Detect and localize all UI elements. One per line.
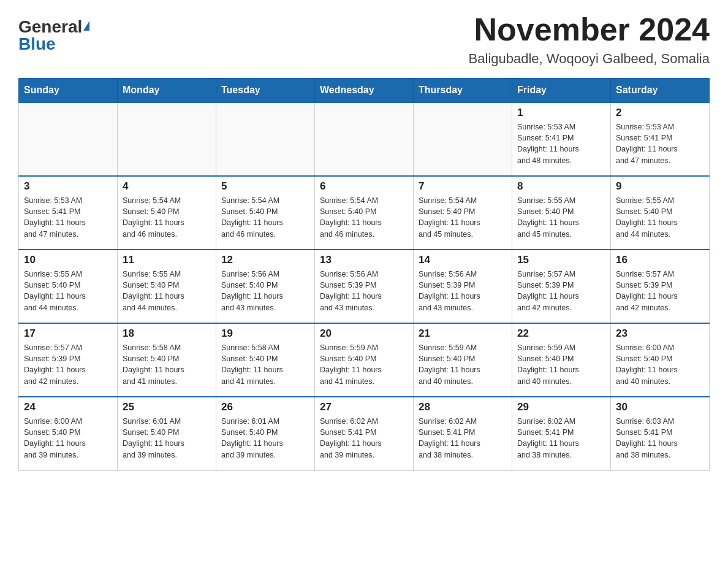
calendar-cell: 3Sunrise: 5:53 AM Sunset: 5:41 PM Daylig… — [19, 176, 118, 250]
calendar-cell: 18Sunrise: 5:58 AM Sunset: 5:40 PM Dayli… — [118, 323, 216, 397]
calendar-cell: 1Sunrise: 5:53 AM Sunset: 5:41 PM Daylig… — [512, 102, 611, 176]
weekday-header-friday: Friday — [512, 79, 611, 103]
day-number: 4 — [123, 180, 211, 193]
calendar-cell: 28Sunrise: 6:02 AM Sunset: 5:41 PM Dayli… — [414, 397, 512, 470]
week-row-2: 3Sunrise: 5:53 AM Sunset: 5:41 PM Daylig… — [19, 176, 710, 250]
day-number: 10 — [24, 254, 112, 266]
calendar-cell: 8Sunrise: 5:55 AM Sunset: 5:40 PM Daylig… — [512, 176, 611, 250]
calendar-cell: 24Sunrise: 6:00 AM Sunset: 5:40 PM Dayli… — [19, 397, 118, 470]
day-number: 24 — [24, 401, 112, 413]
day-number: 14 — [419, 254, 507, 266]
day-info: Sunrise: 5:54 AM Sunset: 5:40 PM Dayligh… — [123, 195, 211, 240]
weekday-header-monday: Monday — [118, 79, 216, 103]
subtitle: Baligubadle, Woqooyi Galbeed, Somalia — [469, 51, 710, 67]
day-info: Sunrise: 5:53 AM Sunset: 5:41 PM Dayligh… — [517, 121, 605, 166]
week-row-1: 1Sunrise: 5:53 AM Sunset: 5:41 PM Daylig… — [19, 102, 710, 176]
logo: General Blue — [18, 12, 89, 53]
main-title: November 2024 — [469, 12, 710, 47]
calendar-cell — [118, 102, 216, 176]
calendar-cell: 14Sunrise: 5:56 AM Sunset: 5:39 PM Dayli… — [414, 250, 512, 323]
day-info: Sunrise: 5:59 AM Sunset: 5:40 PM Dayligh… — [320, 342, 408, 387]
calendar-cell: 2Sunrise: 5:53 AM Sunset: 5:41 PM Daylig… — [611, 102, 710, 176]
day-info: Sunrise: 5:55 AM Sunset: 5:40 PM Dayligh… — [616, 195, 704, 240]
calendar-cell: 29Sunrise: 6:02 AM Sunset: 5:41 PM Dayli… — [512, 397, 611, 470]
day-number: 2 — [616, 107, 704, 119]
day-number: 22 — [517, 327, 605, 340]
day-info: Sunrise: 5:59 AM Sunset: 5:40 PM Dayligh… — [517, 342, 605, 387]
day-info: Sunrise: 6:03 AM Sunset: 5:41 PM Dayligh… — [616, 416, 704, 461]
day-number: 25 — [123, 401, 211, 413]
day-number: 23 — [616, 327, 704, 340]
day-number: 5 — [221, 180, 309, 193]
day-info: Sunrise: 6:02 AM Sunset: 5:41 PM Dayligh… — [320, 416, 408, 461]
day-info: Sunrise: 6:02 AM Sunset: 5:41 PM Dayligh… — [517, 416, 605, 461]
day-info: Sunrise: 5:55 AM Sunset: 5:40 PM Dayligh… — [123, 269, 211, 313]
page-header: General Blue November 2024 Baligubadle, … — [18, 12, 710, 67]
day-info: Sunrise: 6:02 AM Sunset: 5:41 PM Dayligh… — [419, 416, 507, 461]
calendar-cell — [216, 102, 315, 176]
calendar-cell: 6Sunrise: 5:54 AM Sunset: 5:40 PM Daylig… — [315, 176, 414, 250]
weekday-header-thursday: Thursday — [414, 79, 512, 103]
calendar-cell: 20Sunrise: 5:59 AM Sunset: 5:40 PM Dayli… — [315, 323, 414, 397]
weekday-header-wednesday: Wednesday — [315, 79, 414, 103]
calendar-table: SundayMondayTuesdayWednesdayThursdayFrid… — [18, 78, 710, 471]
week-row-4: 17Sunrise: 5:57 AM Sunset: 5:39 PM Dayli… — [19, 323, 710, 397]
day-info: Sunrise: 5:54 AM Sunset: 5:40 PM Dayligh… — [221, 195, 309, 240]
calendar-cell: 26Sunrise: 6:01 AM Sunset: 5:40 PM Dayli… — [216, 397, 315, 470]
day-number: 27 — [320, 401, 408, 413]
calendar-cell: 11Sunrise: 5:55 AM Sunset: 5:40 PM Dayli… — [118, 250, 216, 323]
day-info: Sunrise: 5:57 AM Sunset: 5:39 PM Dayligh… — [517, 269, 605, 313]
day-info: Sunrise: 5:55 AM Sunset: 5:40 PM Dayligh… — [24, 269, 112, 313]
day-number: 29 — [517, 401, 605, 413]
day-info: Sunrise: 5:54 AM Sunset: 5:40 PM Dayligh… — [419, 195, 507, 240]
calendar-cell: 12Sunrise: 5:56 AM Sunset: 5:40 PM Dayli… — [216, 250, 315, 323]
day-number: 3 — [24, 180, 112, 193]
day-info: Sunrise: 5:58 AM Sunset: 5:40 PM Dayligh… — [123, 342, 211, 387]
day-number: 19 — [221, 327, 309, 340]
day-info: Sunrise: 5:56 AM Sunset: 5:39 PM Dayligh… — [320, 269, 408, 313]
day-number: 6 — [320, 180, 408, 193]
day-number: 13 — [320, 254, 408, 266]
day-info: Sunrise: 5:59 AM Sunset: 5:40 PM Dayligh… — [419, 342, 507, 387]
calendar-cell: 15Sunrise: 5:57 AM Sunset: 5:39 PM Dayli… — [512, 250, 611, 323]
week-row-5: 24Sunrise: 6:00 AM Sunset: 5:40 PM Dayli… — [19, 397, 710, 470]
calendar-cell: 25Sunrise: 6:01 AM Sunset: 5:40 PM Dayli… — [118, 397, 216, 470]
day-info: Sunrise: 5:58 AM Sunset: 5:40 PM Dayligh… — [221, 342, 309, 387]
day-number: 11 — [123, 254, 211, 266]
day-info: Sunrise: 5:56 AM Sunset: 5:39 PM Dayligh… — [419, 269, 507, 313]
day-number: 28 — [419, 401, 507, 413]
day-number: 21 — [419, 327, 507, 340]
day-info: Sunrise: 5:57 AM Sunset: 5:39 PM Dayligh… — [24, 342, 112, 387]
calendar-cell — [414, 102, 512, 176]
day-number: 17 — [24, 327, 112, 340]
day-number: 20 — [320, 327, 408, 340]
weekday-header-saturday: Saturday — [611, 79, 710, 103]
title-area: November 2024 Baligubadle, Woqooyi Galbe… — [469, 12, 710, 67]
calendar-cell: 17Sunrise: 5:57 AM Sunset: 5:39 PM Dayli… — [19, 323, 118, 397]
week-row-3: 10Sunrise: 5:55 AM Sunset: 5:40 PM Dayli… — [19, 250, 710, 323]
day-info: Sunrise: 5:53 AM Sunset: 5:41 PM Dayligh… — [24, 195, 112, 240]
weekday-header-sunday: Sunday — [19, 79, 118, 103]
calendar-cell — [19, 102, 118, 176]
day-number: 1 — [517, 107, 605, 119]
calendar-cell — [315, 102, 414, 176]
day-info: Sunrise: 5:53 AM Sunset: 5:41 PM Dayligh… — [616, 121, 704, 166]
logo-blue-text: Blue — [18, 36, 56, 53]
day-info: Sunrise: 5:54 AM Sunset: 5:40 PM Dayligh… — [320, 195, 408, 240]
logo-triangle-icon — [83, 21, 89, 31]
day-info: Sunrise: 5:55 AM Sunset: 5:40 PM Dayligh… — [517, 195, 605, 240]
day-number: 26 — [221, 401, 309, 413]
day-info: Sunrise: 5:57 AM Sunset: 5:39 PM Dayligh… — [616, 269, 704, 313]
day-number: 9 — [616, 180, 704, 193]
day-info: Sunrise: 6:00 AM Sunset: 5:40 PM Dayligh… — [616, 342, 704, 387]
day-number: 8 — [517, 180, 605, 193]
calendar-cell: 9Sunrise: 5:55 AM Sunset: 5:40 PM Daylig… — [611, 176, 710, 250]
day-info: Sunrise: 6:01 AM Sunset: 5:40 PM Dayligh… — [221, 416, 309, 461]
day-number: 15 — [517, 254, 605, 266]
calendar-cell: 19Sunrise: 5:58 AM Sunset: 5:40 PM Dayli… — [216, 323, 315, 397]
day-number: 7 — [419, 180, 507, 193]
day-number: 18 — [123, 327, 211, 340]
calendar-cell: 22Sunrise: 5:59 AM Sunset: 5:40 PM Dayli… — [512, 323, 611, 397]
calendar-cell: 7Sunrise: 5:54 AM Sunset: 5:40 PM Daylig… — [414, 176, 512, 250]
day-number: 30 — [616, 401, 704, 413]
